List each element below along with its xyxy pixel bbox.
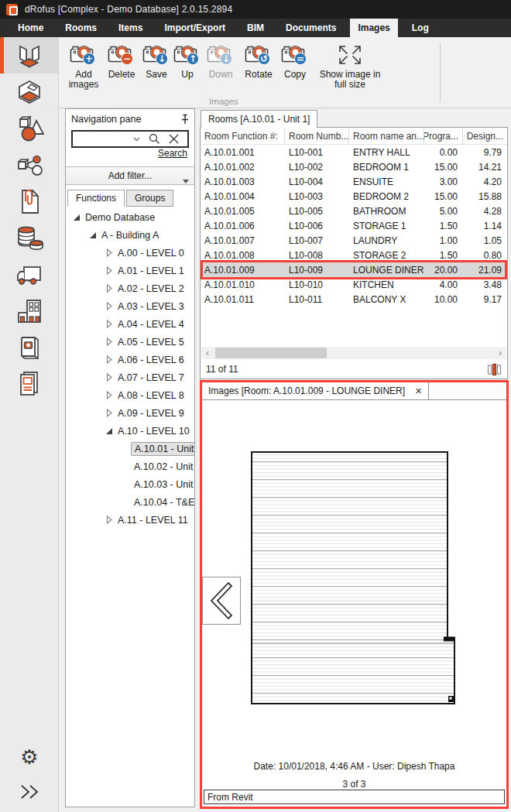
tree-collapsed-icon[interactable] [103, 284, 115, 293]
menu-item-home[interactable]: Home [10, 19, 51, 37]
tree-node-label[interactable]: A.01 - LEVEL 1 [115, 265, 187, 277]
table-row-A.10.01.004[interactable]: A.10.01.004L10-003BEDROOM 215.0015.88 [201, 189, 507, 204]
table-row-A.10.01.010[interactable]: A.10.01.010L10-010KITCHEN4.003.48 [201, 277, 507, 292]
table-row-A.10.01.002[interactable]: A.10.01.002L10-002BEDROOM 115.0014.21 [201, 159, 507, 174]
add-images-button[interactable]: + Add images [65, 42, 102, 90]
search-dropdown-caret-icon[interactable] [133, 137, 140, 142]
close-icon[interactable]: ✕ [415, 386, 422, 396]
table-row-A.10.01.007[interactable]: A.10.01.007L10-007LAUNDRY1.001.05 [201, 233, 507, 248]
tree-node-label[interactable]: A.05 - LEVEL 5 [115, 336, 187, 348]
scroll-right-arrow[interactable]: › [494, 347, 506, 359]
sidebar-item-finance[interactable] [0, 219, 58, 255]
table-row-A.10.01.009[interactable]: A.10.01.009L10-009LOUNGE DINER20.0021.09 [201, 262, 507, 277]
tree-node-label[interactable]: A.08 - LEVEL 8 [115, 389, 187, 402]
tree-node-label[interactable]: A.10.03 - Unit 3 [131, 478, 194, 491]
table-row-A.10.01.005[interactable]: A.10.01.005L10-005BATHROOM5.004.28 [201, 204, 507, 218]
copy-button[interactable]: = Copy [279, 42, 311, 80]
sidebar-item-reports[interactable] [0, 365, 58, 401]
tree-node[interactable]: A.10 - LEVEL 10 [66, 422, 194, 440]
tree-collapsed-icon[interactable] [103, 320, 115, 328]
search-icon[interactable] [149, 133, 160, 145]
tree-node[interactable]: A.10.04 - T&E [66, 493, 194, 511]
tree-node[interactable]: A.04 - LEVEL 4 [66, 315, 194, 333]
tree-node[interactable]: A.11 - LEVEL 11 [66, 511, 194, 529]
menu-item-bim[interactable]: BIM [239, 19, 272, 37]
up-button[interactable]: ↑ Up [173, 42, 201, 80]
rooms-tab[interactable]: Rooms [A.10.01 - Unit 1] [201, 110, 317, 128]
scrollbar-thumb[interactable] [215, 348, 327, 358]
search-input[interactable] [73, 132, 133, 146]
tree-expanded-icon[interactable] [87, 231, 98, 239]
scroll-left-arrow[interactable]: ‹ [201, 347, 214, 359]
sidebar-item-buildings[interactable] [0, 292, 58, 328]
tree-node-label[interactable]: A.10.02 - Unit 2 [131, 461, 194, 473]
room-plan-image[interactable] [249, 450, 457, 709]
delete-button[interactable]: − Delete [104, 42, 139, 80]
sidebar-item-catalog[interactable] [0, 328, 58, 365]
expand-sidebar-button[interactable] [0, 784, 59, 800]
pin-icon[interactable] [180, 114, 190, 125]
room-panel-icon[interactable] [487, 363, 502, 376]
tree-node-label[interactable]: A.07 - LEVEL 7 [115, 372, 187, 384]
tree-node-label[interactable]: A.06 - LEVEL 6 [115, 354, 187, 366]
column-header-3[interactable]: Room name an... [349, 128, 424, 144]
tree-collapsed-icon[interactable] [103, 516, 115, 524]
tree-collapsed-icon[interactable] [103, 302, 115, 310]
tree-collapsed-icon[interactable] [103, 337, 115, 346]
tree-node-label[interactable]: Demo Database [82, 211, 158, 224]
menu-item-items[interactable]: Items [111, 19, 150, 37]
column-header-5[interactable]: Design... [463, 128, 507, 144]
tree-node[interactable]: A.05 - LEVEL 5 [66, 333, 194, 351]
tree-node-label[interactable]: A.10.04 - T&E [131, 496, 194, 509]
tree-node-label[interactable]: A.00 - LEVEL 0 [115, 247, 187, 259]
tree-node[interactable]: A.07 - LEVEL 7 [66, 368, 194, 386]
tree-node-label[interactable]: A.10 - LEVEL 10 [115, 425, 193, 437]
tree-node[interactable]: A.09 - LEVEL 9 [66, 404, 194, 422]
tree-node[interactable]: A.00 - LEVEL 0 [66, 244, 194, 262]
tree-collapsed-icon[interactable] [103, 355, 115, 364]
sidebar-item-rooms[interactable] [0, 37, 58, 74]
table-row-A.10.01.008[interactable]: A.10.01.008L10-008STORAGE 21.500.80 [201, 248, 507, 262]
sidebar-item-systems[interactable] [0, 146, 58, 183]
menu-item-documents[interactable]: Documents [278, 19, 344, 37]
sidebar-item-items[interactable] [0, 74, 58, 110]
tree-node-label[interactable]: A.11 - LEVEL 11 [115, 514, 191, 526]
sidebar-item-attachments[interactable] [0, 183, 58, 219]
add-filter-dropdown[interactable]: Add filter... [66, 166, 194, 185]
tree-node[interactable]: A.08 - LEVEL 8 [66, 386, 194, 404]
column-header-1[interactable]: Room Function #: [201, 128, 285, 144]
tree-collapsed-icon[interactable] [103, 391, 115, 399]
scrollbar-track[interactable] [214, 347, 494, 359]
nav-tab-functions[interactable]: Functions [67, 190, 125, 207]
show-image-in-full-size-button[interactable]: Show image in full size [313, 42, 387, 90]
search-box[interactable] [71, 130, 189, 148]
tree-node[interactable]: A - Building A [66, 226, 194, 244]
table-row-A.10.01.011[interactable]: A.10.01.011L10-011BALCONY X10.009.17 [201, 292, 507, 307]
tree-node-label[interactable]: A.03 - LEVEL 3 [115, 300, 187, 313]
tree-collapsed-icon[interactable] [103, 266, 115, 275]
menu-item-images[interactable]: Images [350, 19, 397, 37]
tree-node-label[interactable]: A - Building A [98, 229, 162, 242]
tree-node[interactable]: A.10.01 - Unit 1 [66, 440, 194, 457]
nav-tab-groups[interactable]: Groups [126, 190, 173, 207]
sidebar-item-logistics[interactable] [0, 255, 58, 292]
clear-search-icon[interactable] [169, 134, 179, 144]
column-header-2[interactable]: Room Numb... [285, 128, 349, 144]
tree-node-label[interactable]: A.02 - LEVEL 2 [115, 283, 187, 295]
image-caption-field[interactable]: From Revit [204, 790, 505, 804]
sidebar-item-products[interactable] [0, 110, 58, 146]
tree-node[interactable]: Demo Database [66, 208, 194, 226]
menu-item-import-export[interactable]: Import/Export [156, 19, 233, 37]
tree-node[interactable]: A.03 - LEVEL 3 [66, 297, 194, 315]
tree-node[interactable]: A.10.03 - Unit 3 [66, 475, 194, 493]
tree-expanded-icon[interactable] [70, 214, 82, 221]
tree-node-label[interactable]: A.09 - LEVEL 9 [115, 407, 187, 420]
tree-node-label[interactable]: A.04 - LEVEL 4 [115, 318, 187, 331]
tree-node[interactable]: A.01 - LEVEL 1 [66, 262, 194, 279]
horizontal-scrollbar[interactable]: ‹ › [201, 347, 506, 359]
tree-node[interactable]: A.02 - LEVEL 2 [66, 279, 194, 297]
table-row-A.10.01.006[interactable]: A.10.01.006L10-006STORAGE 11.501.14 [201, 218, 507, 233]
save-button[interactable]: ↓ Save [141, 42, 172, 80]
tree-collapsed-icon[interactable] [103, 409, 115, 417]
menu-item-log[interactable]: Log [404, 19, 437, 37]
